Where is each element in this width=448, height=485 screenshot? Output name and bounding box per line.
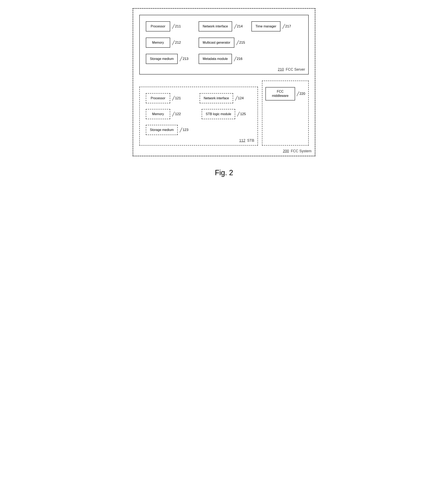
network-interface-stb-ref: ╱ 124 (235, 96, 244, 101)
network-interface-stb-box: Network interface (200, 93, 233, 103)
fcc-middleware-label: FCC middleware (270, 89, 291, 98)
processor-stb-slash: ╱ (172, 96, 175, 101)
network-interface-stb-label: Network interface (204, 96, 229, 101)
processor-server-number: 211 (175, 24, 181, 28)
memory-server-slash: ╱ (172, 40, 175, 45)
fcc-middleware-inner-box: FCC middleware (265, 87, 295, 101)
memory-server-number: 212 (175, 41, 181, 45)
processor-stb-ref: ╱ 121 (172, 96, 181, 101)
fcc-server-title: FCC Server (286, 67, 305, 72)
network-interface-server-item: Network interface ╱ 214 (199, 21, 249, 32)
time-manager-label: Time manager (256, 24, 276, 29)
stb-logic-module-number: 125 (240, 112, 246, 116)
processor-server-item: Processor ╱ 211 (146, 21, 197, 32)
figure-label: Fig. 2 (133, 168, 315, 177)
network-interface-server-ref: ╱ 214 (234, 24, 243, 29)
fcc-middleware-slash: ╱ (297, 91, 299, 96)
fcc-system-label: 200 FCC System (283, 149, 312, 153)
fcc-system-box: Processor ╱ 211 Network interface ╱ 214 (133, 8, 315, 156)
network-interface-stb-item: Network interface ╱ 124 (200, 93, 251, 103)
storage-medium-server-slash: ╱ (180, 56, 182, 61)
stb-logic-module-label: STB logic module (206, 112, 231, 116)
metadata-module-number: 216 (237, 57, 242, 61)
network-interface-server-box: Network interface (199, 21, 232, 32)
network-interface-server-slash: ╱ (234, 24, 237, 29)
processor-stb-label: Processor (151, 96, 165, 101)
storage-medium-stb-slash: ╱ (180, 127, 182, 132)
network-interface-server-label: Network interface (203, 24, 228, 29)
processor-server-slash: ╱ (172, 24, 175, 29)
fcc-system-title: FCC System (291, 149, 312, 153)
storage-medium-stb-label: Storage medium (150, 128, 174, 132)
multicast-generator-ref: ╱ 215 (236, 40, 245, 45)
memory-server-box: Memory (146, 38, 170, 48)
multicast-generator-label: Multicast generator (203, 41, 230, 45)
network-interface-server-number: 214 (237, 24, 243, 28)
fcc-server-box: Processor ╱ 211 Network interface ╱ 214 (139, 15, 309, 74)
memory-stb-label: Memory (152, 112, 164, 116)
stb-number: 112 (239, 138, 245, 143)
network-interface-stb-number: 124 (238, 96, 244, 100)
metadata-module-label: Metadata module (203, 57, 228, 61)
fcc-middleware-box: FCC middleware ╱ 220 (262, 81, 309, 146)
metadata-module-slash: ╱ (234, 56, 236, 61)
memory-stb-number: 122 (175, 112, 181, 116)
page-container: Processor ╱ 211 Network interface ╱ 214 (133, 8, 315, 177)
multicast-generator-box: Multicast generator (199, 38, 234, 48)
storage-medium-stb-ref: ╱ 123 (180, 127, 188, 132)
fcc-middleware-ref: ╱ 220 (297, 91, 305, 96)
time-manager-slash: ╱ (282, 24, 285, 29)
fcc-middleware-number: 220 (300, 92, 305, 96)
time-manager-ref: ╱ 217 (282, 24, 291, 29)
memory-server-label: Memory (152, 41, 164, 45)
processor-server-label: Processor (151, 24, 165, 29)
stb-box: Processor ╱ 121 Network interface (139, 87, 258, 146)
storage-medium-server-ref: ╱ 213 (180, 56, 188, 61)
multicast-generator-item: Multicast generator ╱ 215 (199, 38, 249, 48)
time-manager-item: Time manager ╱ 217 (251, 21, 302, 32)
processor-stb-number: 121 (175, 96, 181, 100)
processor-stb-item: Processor ╱ 121 (146, 93, 198, 103)
stb-logic-module-item: STB logic module ╱ 125 (202, 109, 251, 119)
time-manager-number: 217 (285, 24, 291, 28)
storage-medium-server-number: 213 (183, 57, 188, 61)
storage-medium-stb-box: Storage medium (146, 125, 178, 135)
storage-medium-stb-number: 123 (183, 128, 188, 132)
memory-server-ref: ╱ 212 (172, 40, 181, 45)
memory-stb-item: Memory ╱ 122 (146, 109, 196, 119)
fcc-system-number: 200 (283, 149, 289, 153)
stb-logic-module-slash: ╱ (237, 112, 240, 117)
multicast-generator-number: 215 (239, 41, 245, 45)
processor-server-ref: ╱ 211 (172, 24, 181, 29)
stb-logic-module-ref: ╱ 125 (237, 112, 246, 117)
processor-server-box: Processor (146, 21, 170, 32)
memory-stb-box: Memory (146, 109, 170, 119)
storage-medium-server-item: Storage medium ╱ 213 (146, 54, 197, 64)
fcc-server-number: 210 (278, 67, 284, 72)
figure-title: Fig. 2 (215, 168, 233, 177)
storage-medium-stb-item: Storage medium ╱ 123 (146, 125, 196, 135)
memory-server-item: Memory ╱ 212 (146, 38, 197, 48)
metadata-module-box: Metadata module (199, 54, 232, 64)
time-manager-box: Time manager (251, 21, 280, 32)
stb-title: STB (247, 138, 254, 143)
multicast-generator-slash: ╱ (236, 40, 239, 45)
empty-stb-col (202, 125, 251, 135)
memory-stb-slash: ╱ (172, 112, 175, 117)
memory-stb-ref: ╱ 122 (172, 112, 181, 117)
processor-stb-box: Processor (146, 93, 170, 103)
fcc-server-label: 210 FCC Server (278, 67, 305, 72)
stb-label: 112 STB (239, 138, 254, 143)
fcc-middleware-item: FCC middleware ╱ 220 (265, 87, 305, 101)
metadata-module-ref: ╱ 216 (234, 56, 242, 61)
network-interface-stb-slash: ╱ (235, 96, 238, 101)
stb-logic-module-box: STB logic module (202, 109, 235, 119)
storage-medium-server-box: Storage medium (146, 54, 178, 64)
metadata-module-item: Metadata module ╱ 216 (199, 54, 249, 64)
storage-medium-server-label: Storage medium (150, 57, 174, 61)
